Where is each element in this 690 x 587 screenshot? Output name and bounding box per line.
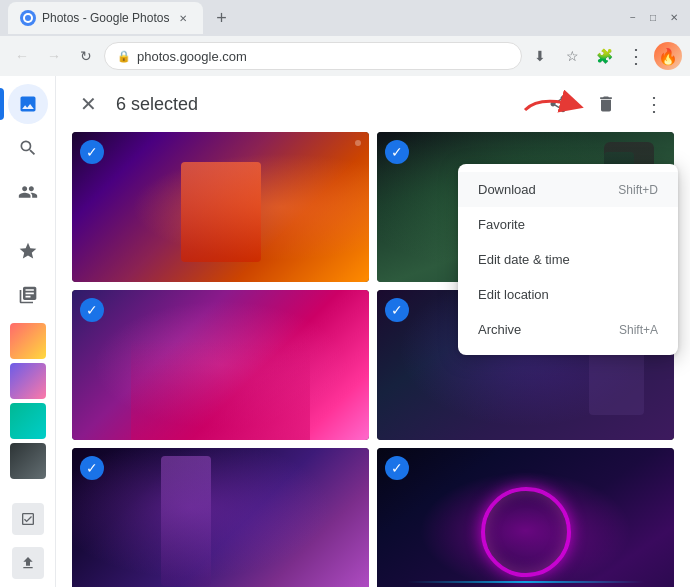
photo-6-checkmark: ✓ (385, 456, 409, 480)
delete-button[interactable] (586, 84, 626, 124)
puzzle-icon[interactable]: 🧩 (590, 42, 618, 70)
photo-item-5[interactable]: ✓ (72, 448, 369, 587)
download-shortcut: Shift+D (618, 183, 658, 197)
archive-shortcut: Shift+A (619, 323, 658, 337)
star-icon (18, 241, 38, 261)
selection-count: 6 selected (116, 94, 526, 115)
app-body: ✕ 6 selected ⋮ (0, 76, 690, 587)
menu-item-favorite[interactable]: Favorite (458, 207, 678, 242)
menu-item-download[interactable]: Download Shift+D (458, 172, 678, 207)
sidebar-upload-icon[interactable] (12, 547, 44, 579)
url-text: photos.google.com (137, 49, 247, 64)
browser-chrome: Photos - Google Photos ✕ + − □ ✕ ← → ↻ 🔒… (0, 0, 690, 76)
close-window-button[interactable]: ✕ (670, 12, 682, 24)
edit-location-label: Edit location (478, 287, 549, 302)
sidebar-checkbox-icon[interactable] (12, 503, 44, 535)
sidebar (0, 76, 56, 587)
profile-avatar[interactable]: 🔥 (654, 42, 682, 70)
minimize-button[interactable]: − (630, 12, 642, 24)
archive-label: Archive (478, 322, 521, 337)
sidebar-thumb-4[interactable] (10, 443, 46, 479)
red-arrow (520, 90, 580, 118)
browser-toolbar: ⬇ ☆ 🧩 ⋮ 🔥 (526, 42, 682, 70)
maximize-button[interactable]: □ (650, 12, 662, 24)
album-icon (18, 285, 38, 305)
main-content: ✕ 6 selected ⋮ (56, 76, 690, 587)
more-options-button[interactable]: ⋮ (634, 84, 674, 124)
tab-title: Photos - Google Photos (42, 11, 169, 25)
download-toolbar-icon[interactable]: ⬇ (526, 42, 554, 70)
new-tab-button[interactable]: + (207, 4, 235, 32)
menu-icon[interactable]: ⋮ (622, 42, 650, 70)
photos-icon (18, 94, 38, 114)
close-selection-button[interactable]: ✕ (72, 88, 104, 120)
sidebar-thumb-1[interactable] (10, 323, 46, 359)
upload-icon (20, 555, 36, 571)
photo-3-checkmark: ✓ (80, 298, 104, 322)
forward-button[interactable]: → (40, 42, 68, 70)
menu-item-archive[interactable]: Archive Shift+A (458, 312, 678, 347)
sidebar-thumb-2[interactable] (10, 363, 46, 399)
sidebar-thumb-3[interactable] (10, 403, 46, 439)
photo-4-checkmark: ✓ (385, 298, 409, 322)
photo-item-3[interactable]: ✓ (72, 290, 369, 440)
people-icon (18, 182, 38, 202)
sidebar-item-photos[interactable] (8, 84, 48, 124)
delete-icon (596, 94, 616, 114)
photo-1-checkmark: ✓ (80, 140, 104, 164)
check-square-icon (20, 511, 36, 527)
photo-item-1[interactable]: ✓ (72, 132, 369, 282)
search-icon (18, 138, 38, 158)
active-tab[interactable]: Photos - Google Photos ✕ (8, 2, 203, 34)
address-bar: ← → ↻ 🔒 photos.google.com ⬇ ☆ 🧩 ⋮ 🔥 (0, 36, 690, 76)
photo-item-6[interactable]: ✓ (377, 448, 674, 587)
download-label: Download (478, 182, 536, 197)
tab-bar: Photos - Google Photos ✕ + − □ ✕ (0, 0, 690, 36)
edit-date-label: Edit date & time (478, 252, 570, 267)
photo-2-checkmark: ✓ (385, 140, 409, 164)
url-bar[interactable]: 🔒 photos.google.com (104, 42, 522, 70)
favorite-label: Favorite (478, 217, 525, 232)
top-bar: ✕ 6 selected ⋮ (56, 76, 690, 132)
tab-close-button[interactable]: ✕ (175, 10, 191, 26)
reload-button[interactable]: ↻ (72, 42, 100, 70)
menu-item-edit-location[interactable]: Edit location (458, 277, 678, 312)
context-menu: Download Shift+D Favorite Edit date & ti… (458, 164, 678, 355)
sidebar-item-favorites[interactable] (8, 232, 48, 272)
lock-icon: 🔒 (117, 50, 131, 63)
tab-favicon (20, 10, 36, 26)
back-button[interactable]: ← (8, 42, 36, 70)
photo-5-checkmark: ✓ (80, 456, 104, 480)
bookmark-icon[interactable]: ☆ (558, 42, 586, 70)
sidebar-item-people[interactable] (8, 172, 48, 212)
window-controls: − □ ✕ (630, 12, 682, 24)
sidebar-item-search[interactable] (8, 128, 48, 168)
menu-item-edit-date[interactable]: Edit date & time (458, 242, 678, 277)
sidebar-item-albums[interactable] (8, 275, 48, 315)
